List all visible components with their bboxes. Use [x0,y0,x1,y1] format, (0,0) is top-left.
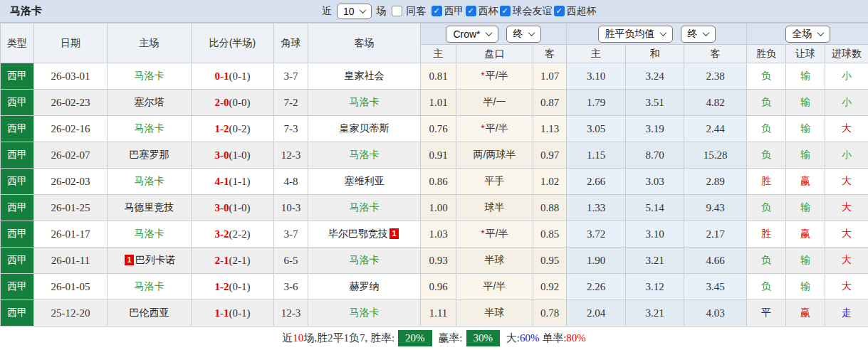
date-cell: 26-01-17 [34,221,108,248]
score-cell: 3-0(1-0) [192,195,274,221]
league-cell: 西甲 [1,195,34,221]
odds-home-cell: 0.86 [421,169,456,195]
checkbox-icon[interactable]: ✓ [500,6,511,16]
col-header-home: 主场 [108,23,192,63]
corner-cell: 4-8 [274,169,308,195]
odds-home-value: 0.76 [429,123,447,134]
fulltime-score: 2-1 [215,255,229,266]
corner-count: 3-7 [284,70,298,82]
checkbox-icon[interactable]: ✓ [554,6,565,16]
league-filter-0[interactable]: ✓西甲 [432,5,464,18]
league-filter-1[interactable]: ✓西杯 [466,5,498,18]
fulltime-score: 3-0 [215,202,229,213]
odds-time-select[interactable]: 终 [506,26,541,43]
summary-part: 赢率: [436,332,463,345]
fulltime-score: 3-2 [215,228,229,240]
avg-home-cell: 1.15 [567,142,626,169]
result-label: 负 [761,149,771,160]
away-cell: 马洛卡 [308,248,421,274]
halftime-score: (0-1) [229,281,251,292]
away-team-name: 皇家社会 [345,70,385,81]
subcol-handicap: 盘口 [456,45,533,63]
odds-home-cell: 1.01 [421,90,456,116]
goals-label: 走 [842,307,852,318]
date-label: 26-02-03 [51,176,90,187]
avg-draw-cell: 3.21 [626,248,684,274]
avg-draw-value: 3.12 [645,281,664,292]
handicap-label: 半/一 [483,96,506,107]
date-cell: 26-01-25 [34,195,108,221]
avg-home-value: 1.79 [587,97,605,108]
subcol-avg-away: 客 [684,45,747,63]
odds-away-cell: 1.07 [533,63,567,90]
handicap-cell: *平/半 [456,221,533,248]
result-cell: 胜 [747,221,786,248]
goals-label: 大 [842,254,852,265]
handicap-star: * [481,70,484,81]
avg-draw-cell: 3.24 [626,63,684,90]
result-label: 平 [761,307,771,318]
odds-company-select[interactable]: Crow* [446,26,498,43]
checkbox-icon[interactable] [392,6,402,16]
handicap-star: * [481,122,484,134]
checkbox-icon[interactable]: ✓ [466,6,476,16]
scope-select[interactable]: 全场 [785,26,830,43]
away-team-name: 马洛卡 [350,307,380,318]
date-label: 26-01-25 [51,202,90,213]
home-cell: 1巴列卡诺 [108,248,192,274]
avg-home-cell: 1.90 [567,248,626,274]
result-cell: 负 [747,274,786,300]
checkbox-icon[interactable]: ✓ [432,6,442,16]
away-team-name: 塞维利亚 [345,175,385,186]
home-cell: 马洛卡 [108,274,192,300]
goals-label: 大 [842,201,852,213]
league-filter-label: 球会友谊 [513,5,553,18]
handicap-cell: *平/半 [456,63,533,90]
league-label: 西甲 [7,175,27,186]
summary-part: 单率: [539,332,566,345]
odds-away-cell: 1.02 [533,169,567,195]
result-cell: 负 [747,116,786,142]
date-label: 26-01-11 [51,255,90,266]
away-cell: 马洛卡 [308,90,421,116]
avg-draw-cell: 8.70 [626,142,684,169]
odds-home-value: 0.91 [429,149,447,161]
summary-part: 10 [293,332,303,344]
summary-part: 30% [466,330,501,346]
handicap-result-cell: 输 [786,63,825,90]
avg-draw-value: 8.70 [645,149,664,161]
same-venue-filter[interactable]: 同客 [392,5,427,18]
col-header-type: 类型 [1,23,34,63]
handicap-result-cell: 赢 [786,169,825,195]
table-row: 西甲26-03-01马洛卡0-1(0-1)3-7皇家社会0.81*平/半1.07… [1,63,868,90]
avg-draw-value: 3.21 [645,255,664,266]
handicap-result-cell: 输 [786,195,825,221]
odds-away-cell: 0.88 [533,195,567,221]
avg-away-cell: 9.43 [684,195,747,221]
chevron-down-icon [817,29,824,36]
odds-home-cell: 1.00 [421,195,456,221]
avg-away-cell: 2.38 [684,63,747,90]
avg-away-value: 4.03 [706,307,724,319]
avg-away-cell: 4.66 [684,248,747,274]
score-cell: 3-0(1-0) [192,142,274,169]
handicap-cell: 平手 [456,169,533,195]
recent-count-select[interactable]: 10 [337,4,372,19]
avg-time-select[interactable]: 终 [681,26,716,43]
home-cell: 巴伦西亚 [108,300,192,327]
avg-odds-select[interactable]: 胜平负均值 [598,26,673,43]
avg-draw-cell: 3.51 [626,90,684,116]
avg-home-cell: 3.05 [567,116,626,142]
date-cell: 25-12-20 [34,300,108,327]
away-team-name: 赫罗纳 [350,280,380,292]
away-team-name: 马洛卡 [350,201,380,213]
odds-home-cell: 0.81 [421,63,456,90]
goals-label: 大 [842,228,852,239]
avg-away-value: 3.45 [706,281,724,292]
table-row: 西甲26-02-16马洛卡1-2(0-2)7-3皇家贝蒂斯0.76*平/半1.1… [1,116,868,142]
odds-home-cell: 1.03 [421,221,456,248]
result-cell: 平 [747,300,786,327]
league-filter-2[interactable]: ✓球会友谊 [500,5,553,18]
summary-part: 近 [282,332,293,345]
league-filter-3[interactable]: ✓西超杯 [554,5,597,18]
